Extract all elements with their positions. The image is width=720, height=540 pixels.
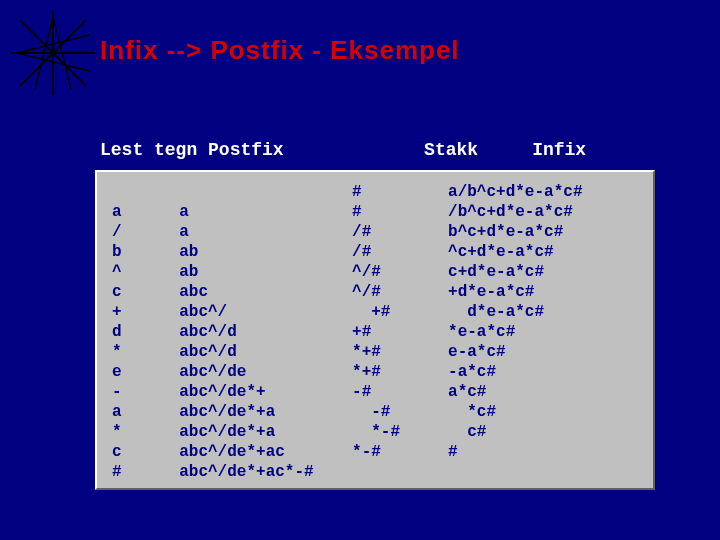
svg-line-5: [53, 17, 71, 89]
starburst-icon: [8, 8, 98, 98]
column-headers: Lest tegn Postfix Stakk Infix: [100, 140, 586, 160]
header-postfix: Postfix: [208, 140, 284, 160]
header-read: Lest tegn: [100, 140, 197, 160]
code-panel: # a/b^c+d*e-a*c# a a # /b^c+d*e-a*c# / a…: [95, 170, 655, 490]
slide: Infix --> Postfix - Eksempel Lest tegn P…: [0, 0, 720, 540]
svg-line-2: [21, 21, 86, 86]
svg-line-3: [21, 21, 86, 86]
svg-line-7: [17, 53, 89, 71]
slide-title: Infix --> Postfix - Eksempel: [100, 35, 460, 66]
svg-line-4: [35, 17, 53, 89]
trace-table: # a/b^c+d*e-a*c# a a # /b^c+d*e-a*c# / a…: [112, 182, 643, 482]
header-infix: Infix: [532, 140, 586, 160]
header-stack: Stakk: [424, 140, 478, 160]
svg-line-6: [17, 35, 89, 53]
